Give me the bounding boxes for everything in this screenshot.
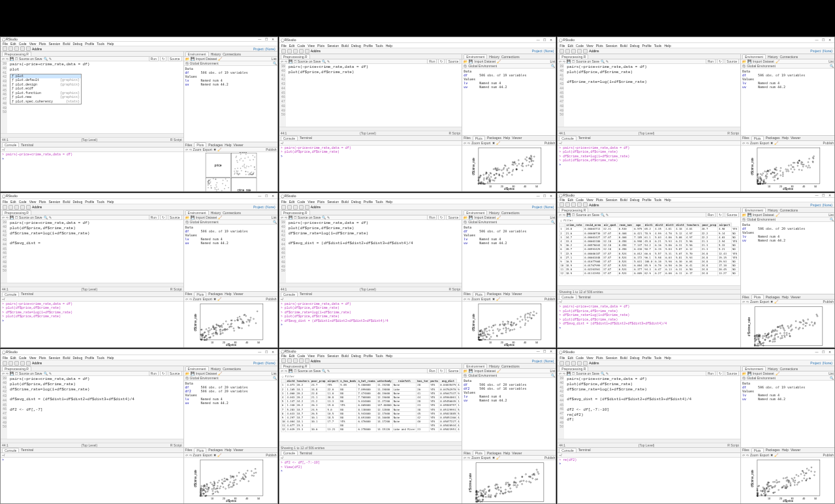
export-button[interactable]: Export bbox=[202, 297, 212, 301]
find-icon[interactable]: 🔍 bbox=[601, 371, 605, 375]
minimize-button[interactable]: — bbox=[535, 194, 541, 198]
save-icon[interactable] bbox=[299, 49, 304, 54]
menu-view[interactable]: View bbox=[29, 356, 37, 360]
console-body[interactable]: > df2 <- df[,-7:-10]> View(df2)> bbox=[279, 460, 462, 504]
console-prompt[interactable]: > bbox=[281, 469, 283, 473]
menu-tools[interactable]: Tools bbox=[375, 354, 383, 358]
plot-back-icon[interactable]: ⇦ bbox=[185, 297, 188, 301]
import-dataset-button[interactable]: Import Dataset bbox=[196, 215, 217, 219]
load-icon[interactable]: 📂 bbox=[464, 369, 467, 373]
menu-code[interactable]: Code bbox=[576, 198, 584, 202]
menu-plots[interactable]: Plots bbox=[317, 354, 324, 358]
menu-view[interactable]: View bbox=[29, 200, 37, 204]
run-button[interactable]: Run bbox=[427, 59, 437, 64]
zoom-button[interactable]: Zoom bbox=[193, 148, 202, 151]
save-ws-icon[interactable]: 💾 bbox=[191, 371, 195, 375]
new-file-icon[interactable] bbox=[281, 358, 286, 363]
console-body[interactable]: > pairs(~price+crime_rate,data = df)> pl… bbox=[558, 146, 740, 192]
source-button[interactable]: Source bbox=[446, 59, 460, 64]
menu-edit[interactable]: Edit bbox=[289, 44, 295, 48]
back-icon[interactable]: ⇦ bbox=[559, 59, 561, 63]
tab-console[interactable]: Console bbox=[559, 294, 576, 299]
menu-tools[interactable]: Tools bbox=[97, 356, 104, 360]
minimize-button[interactable]: — bbox=[535, 349, 541, 353]
menu-session[interactable]: Session bbox=[606, 356, 618, 360]
save-ws-icon[interactable]: 💾 bbox=[469, 369, 473, 373]
source-button[interactable]: Source bbox=[446, 368, 460, 373]
new-project-icon[interactable] bbox=[8, 46, 13, 51]
maximize-button[interactable]: ☐ bbox=[541, 194, 548, 198]
run-button[interactable]: Run bbox=[427, 368, 437, 373]
save-icon[interactable]: 💾 bbox=[567, 59, 571, 63]
tab-help[interactable]: Help bbox=[503, 451, 510, 455]
plot-forward-icon[interactable]: ⇨ bbox=[189, 453, 192, 457]
menu-edit[interactable]: Edit bbox=[10, 42, 16, 46]
console-body[interactable]: > pairs(~price+crime_rate,data = df)> pl… bbox=[558, 304, 740, 348]
global-env-label[interactable]: Global Environment bbox=[190, 61, 219, 65]
rerun-icon[interactable]: ↻ bbox=[160, 371, 166, 376]
export-button[interactable]: Export bbox=[760, 300, 769, 304]
source-editor[interactable]: 394041424344454647484950 pairs(~price+cr… bbox=[558, 376, 740, 439]
search-icon[interactable]: 🔍 bbox=[551, 373, 555, 377]
export-button[interactable]: Export bbox=[481, 456, 490, 460]
zoom-button[interactable]: Zoom bbox=[471, 297, 480, 301]
compile-icon[interactable]: ✎ bbox=[327, 59, 330, 63]
view-mode-list[interactable]: List bbox=[828, 59, 834, 63]
import-dataset-button[interactable]: Import Dataset bbox=[196, 57, 217, 61]
menu-build[interactable]: Build bbox=[620, 356, 627, 360]
tab-terminal[interactable]: Terminal bbox=[300, 136, 312, 140]
tab-console[interactable]: Console bbox=[281, 292, 298, 296]
load-icon[interactable]: 📂 bbox=[185, 371, 189, 375]
menu-edit[interactable]: Edit bbox=[567, 356, 573, 360]
menu-tools[interactable]: Tools bbox=[654, 198, 662, 202]
menu-code[interactable]: Code bbox=[19, 356, 27, 360]
zoom-button[interactable]: Zoom bbox=[471, 141, 480, 145]
source-editor[interactable]: 394041424344454647484950 pairs(~price+cr… bbox=[1, 61, 183, 133]
remove-plot-icon[interactable]: ✖ bbox=[213, 297, 216, 301]
publish-button[interactable]: Publish bbox=[266, 148, 276, 151]
forward-icon[interactable]: ⇨ bbox=[563, 59, 565, 63]
back-icon[interactable]: ⇦ bbox=[559, 213, 561, 217]
tab-files[interactable]: Files bbox=[742, 295, 749, 299]
find-icon[interactable]: 🔍 bbox=[601, 213, 605, 217]
tab-history[interactable]: History bbox=[768, 367, 778, 371]
new-file-icon[interactable] bbox=[281, 205, 286, 210]
remove-plot-icon[interactable]: ✖ bbox=[492, 456, 495, 460]
menu-help[interactable]: Help bbox=[386, 44, 392, 48]
publish-button[interactable]: Publish bbox=[544, 141, 555, 145]
save-icon[interactable] bbox=[20, 205, 25, 210]
source-on-save-checkbox[interactable]: ☐ bbox=[572, 213, 575, 217]
menu-file[interactable]: File bbox=[281, 354, 287, 358]
menu-debug[interactable]: Debug bbox=[351, 44, 361, 48]
compile-icon[interactable]: ✎ bbox=[49, 57, 52, 61]
source-button[interactable]: Source bbox=[725, 212, 739, 217]
search-icon[interactable]: 🔍 bbox=[273, 61, 277, 65]
menu-help[interactable]: Help bbox=[664, 44, 670, 48]
find-icon[interactable]: 🔍 bbox=[322, 59, 326, 63]
menu-tools[interactable]: Tools bbox=[97, 200, 104, 204]
minimize-button[interactable]: — bbox=[813, 193, 820, 197]
tab-terminal[interactable]: Terminal bbox=[21, 292, 33, 296]
tab-console[interactable]: Console bbox=[559, 448, 576, 452]
source-on-save-checkbox[interactable]: ☐ bbox=[15, 215, 18, 219]
plot-back-icon[interactable]: ⇦ bbox=[464, 456, 466, 460]
source-tab[interactable]: Preprocessing.R bbox=[281, 210, 310, 215]
global-env-label[interactable]: Global Environment bbox=[190, 220, 219, 224]
maximize-button[interactable]: ☐ bbox=[820, 38, 827, 42]
import-dataset-button[interactable]: Import Dataset bbox=[474, 59, 496, 63]
view-mode-list[interactable]: List bbox=[828, 213, 834, 217]
source-on-save-checkbox[interactable]: ☐ bbox=[15, 371, 18, 375]
clear-plots-icon[interactable]: 🧹 bbox=[496, 456, 500, 460]
menu-code[interactable]: Code bbox=[576, 44, 584, 48]
source-tab[interactable]: Preprocessing.R bbox=[281, 364, 310, 368]
search-icon[interactable]: 🔍 bbox=[830, 217, 834, 221]
new-project-icon[interactable] bbox=[565, 361, 570, 366]
publish-button[interactable]: Publish bbox=[266, 297, 276, 301]
menu-profile[interactable]: Profile bbox=[85, 356, 94, 360]
remove-plot-icon[interactable]: ✖ bbox=[213, 453, 216, 457]
env-var-uv[interactable]: uv Named num 44.2 bbox=[742, 397, 834, 401]
menu-profile[interactable]: Profile bbox=[364, 44, 373, 48]
menu-help[interactable]: Help bbox=[386, 354, 392, 358]
load-icon[interactable]: 📂 bbox=[742, 213, 746, 217]
env-var-uv[interactable]: uv Named num 44.2 bbox=[185, 241, 277, 245]
